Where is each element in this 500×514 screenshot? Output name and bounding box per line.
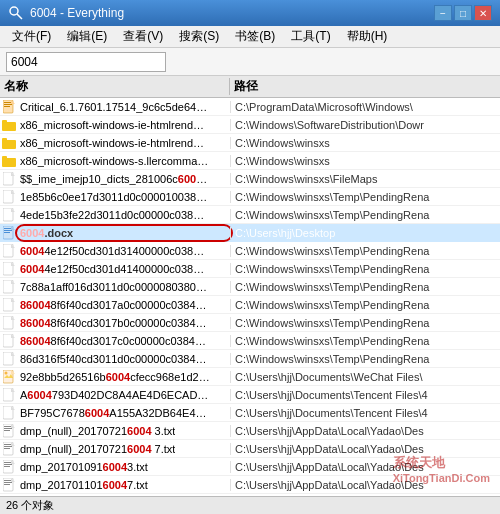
table-row[interactable]: 860048f6f40cd3017b0c00000c038404.$$.cdf-… <box>0 314 500 332</box>
table-row[interactable]: dmp_20170110160047.txtC:\Users\hjj\AppDa… <box>0 476 500 494</box>
svg-rect-59 <box>4 466 10 467</box>
menu-item-e[interactable]: 编辑(E) <box>59 26 115 47</box>
file-name: x86_microsoft-windows-s.llercommandlinet… <box>18 155 230 167</box>
file-icon <box>0 208 18 222</box>
status-text: 26 个对象 <box>6 498 54 513</box>
close-button[interactable]: ✕ <box>474 5 492 21</box>
file-path: C:\Users\hjj\AppData\Local\Yadao\Des <box>230 461 500 473</box>
menu-item-f[interactable]: 文件(F) <box>4 26 59 47</box>
table-row[interactable]: BF795C76786004A155A32DB64E44DCEC:\Users\… <box>0 404 500 422</box>
file-icon <box>0 155 18 167</box>
svg-rect-62 <box>4 480 12 481</box>
table-row[interactable]: dmp_(null)_201707216004 3.txtC:\Users\hj… <box>0 422 500 440</box>
table-header: 名称 路径 <box>0 76 500 98</box>
table-row[interactable]: 60044e12f50cd301d41400000c038404.$$.cdf-… <box>0 260 500 278</box>
svg-rect-4 <box>4 104 12 105</box>
svg-rect-63 <box>4 482 12 483</box>
table-row[interactable]: 92e8bb5d26516b6004cfecc968e1d2bb.jpgC:\U… <box>0 368 500 386</box>
file-path: C:\Windows\winsxs\Temp\PendingRena <box>230 335 500 347</box>
svg-rect-57 <box>4 462 12 463</box>
file-name: 1e85b6c0ee17d3011d0c00001003880 4.$$_ime… <box>18 191 230 203</box>
menu-item-b[interactable]: 书签(B) <box>227 26 283 47</box>
table-row[interactable]: dmp_20170109160043.txtC:\Users\hjj\AppDa… <box>0 458 500 476</box>
file-path: C:\Users\hjj\AppData\Local\Yadao\Des <box>230 425 500 437</box>
file-icon <box>0 442 18 456</box>
svg-rect-66 <box>3 496 13 497</box>
file-name: 92e8bb5d26516b6004cfecc968e1d2bb.jpg <box>18 371 230 383</box>
svg-rect-52 <box>4 444 12 445</box>
app-icon <box>8 5 24 21</box>
table-row[interactable]: 7c88a1aff016d3011d0c00000803804.$$_ime_i… <box>0 278 500 296</box>
file-name: 860048f6f40cd3017a0c00000c038404.$$_ime_… <box>18 299 230 311</box>
file-name: dmp_(null)_201707216004 3.txt <box>18 425 230 437</box>
svg-rect-47 <box>4 426 12 427</box>
file-icon <box>0 119 18 131</box>
file-icon <box>0 496 18 497</box>
svg-rect-49 <box>4 430 10 431</box>
table-row[interactable]: 860048f6f40cd3017c0c00000c038404.$$_diag… <box>0 332 500 350</box>
table-row[interactable]: 6004.docxC:\Users\hjj\Desktop <box>0 224 500 242</box>
svg-rect-10 <box>2 138 7 142</box>
file-icon <box>0 406 18 420</box>
file-name: 860048f6f40cd3017c0c00000c038404.$$_diag… <box>18 335 230 347</box>
file-path: C:\Windows\winsxs\Temp\PendingRena <box>230 209 500 221</box>
file-icon <box>0 388 18 402</box>
search-input[interactable] <box>6 52 166 72</box>
menu-item-t[interactable]: 工具(T) <box>283 26 338 47</box>
file-name: 7c88a1aff016d3011d0c00000803804.$$_ime_i… <box>18 281 230 293</box>
file-path: C:\Windows\winsxs\Temp\PendingRena <box>230 263 500 275</box>
svg-rect-58 <box>4 464 12 465</box>
file-icon <box>0 280 18 294</box>
file-icon <box>0 370 18 384</box>
svg-rect-8 <box>2 120 7 124</box>
file-name: Critical_6.1.7601.17514_9c6c5de64097a991… <box>18 101 230 113</box>
title-bar: 6004 - Everything − □ ✕ <box>0 0 500 26</box>
svg-rect-53 <box>4 446 12 447</box>
table-row[interactable]: x86_microsoft-windows-ie-htmlrendering_3… <box>0 134 500 152</box>
status-bar: 26 个对象 <box>0 496 500 514</box>
svg-rect-22 <box>4 232 10 233</box>
file-path: C:\Users\hjj\Desktop <box>230 227 500 239</box>
table-row[interactable]: 60044e12f50cd301d31400000c038404_0000000… <box>0 242 500 260</box>
file-icon <box>0 137 18 149</box>
svg-rect-20 <box>4 228 12 229</box>
file-path: C:\Users\hjj\Documents\WeChat Files\ <box>230 371 500 383</box>
window-title: 6004 - Everything <box>30 6 434 20</box>
table-row[interactable]: $$_ime_imejp10_dicts_281006c6004050618.c… <box>0 170 500 188</box>
table-row[interactable]: Critical_6.1.7601.17514_9c6c5de64097a991… <box>0 98 500 116</box>
table-row[interactable]: 4ede15b3fe22d3011d0c00000c038404.$$_ime_… <box>0 206 500 224</box>
file-path: C:\Windows\winsxs\Temp\PendingRena <box>230 317 500 329</box>
window-controls: − □ ✕ <box>434 5 492 21</box>
file-name: 6004.docx <box>18 227 230 239</box>
file-name: 860048f6f40cd3017b0c00000c038404.$$.cdf-… <box>18 317 230 329</box>
file-name: x86_microsoft-windows-ie-htmlrendering_3… <box>18 119 230 131</box>
svg-rect-64 <box>4 484 10 485</box>
menu-item-s[interactable]: 搜索(S) <box>171 26 227 47</box>
table-row[interactable]: dmp_(null)_201707216004 7.txtC:\Users\hj… <box>0 440 500 458</box>
menu-item-h[interactable]: 帮助(H) <box>339 26 396 47</box>
file-name: A6004793D402DC8A4AE4D6ECADF873C <box>18 389 230 401</box>
file-icon <box>0 100 18 114</box>
table-row[interactable]: dmp_20170112160042.txtC:\Users\hjj\AppDa… <box>0 494 500 496</box>
table-row[interactable]: 1e85b6c0ee17d3011d0c00001003880 4.$$_ime… <box>0 188 500 206</box>
table-row[interactable]: 860048f6f40cd3017a0c00000c038404.$$_ime_… <box>0 296 500 314</box>
file-path: C:\Windows\winsxs\Temp\PendingRena <box>230 299 500 311</box>
table-row[interactable]: 86d316f5f40cd3011d0c00000c038404.$$_ime_… <box>0 350 500 368</box>
file-name: 60044e12f50cd301d41400000c038404.$$.cdf-… <box>18 263 230 275</box>
table-row[interactable]: x86_microsoft-windows-s.llercommandlinet… <box>0 152 500 170</box>
file-icon <box>0 298 18 312</box>
file-path: C:\Windows\winsxs <box>230 155 500 167</box>
file-path: C:\Windows\winsxs\Temp\PendingRena <box>230 281 500 293</box>
menu-item-v[interactable]: 查看(V) <box>115 26 171 47</box>
table-row[interactable]: x86_microsoft-windows-ie-htmlrendering_3… <box>0 116 500 134</box>
file-path: C:\Windows\winsxs\Temp\PendingRena <box>230 245 500 257</box>
results-table: Critical_6.1.7601.17514_9c6c5de64097a991… <box>0 98 500 496</box>
file-name: 4ede15b3fe22d3011d0c00000c038404.$$_ime_… <box>18 209 230 221</box>
file-icon <box>0 190 18 204</box>
table-row[interactable]: A6004793D402DC8A4AE4D6ECADF873CC:\Users\… <box>0 386 500 404</box>
file-icon <box>0 316 18 330</box>
svg-point-0 <box>10 7 18 15</box>
name-column-header: 名称 <box>0 78 230 95</box>
minimize-button[interactable]: − <box>434 5 452 21</box>
maximize-button[interactable]: □ <box>454 5 472 21</box>
